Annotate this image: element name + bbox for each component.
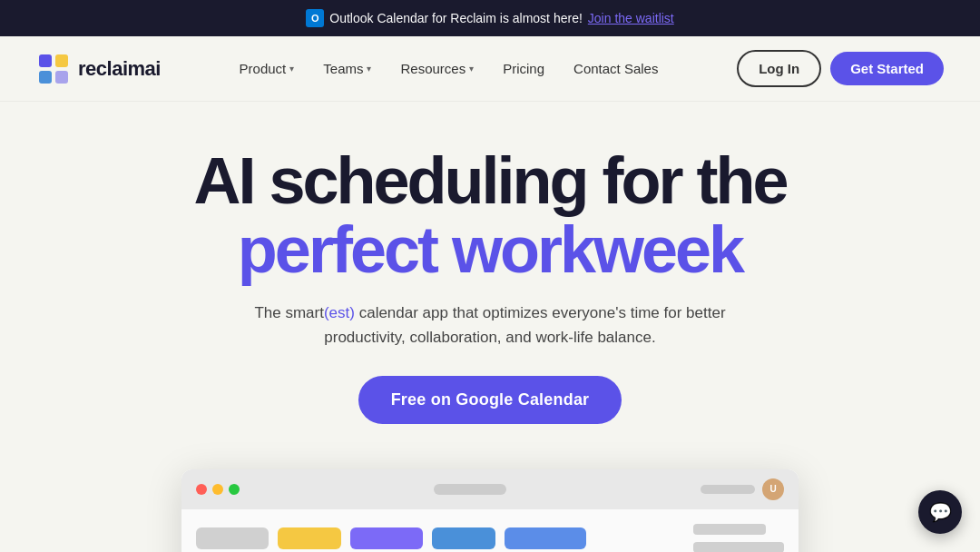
titlebar-right: U [701,478,784,500]
nav-item-contact[interactable]: Contact Sales [561,54,671,84]
nav-item-pricing[interactable]: Pricing [490,54,557,84]
nav-contact-label: Contact Sales [573,61,658,76]
cal-block-blue2 [505,527,586,549]
logo-icon [36,52,71,86]
svg-rect-1 [55,54,68,67]
cal-block-yellow [278,527,341,549]
logo-area[interactable]: reclaimai [36,52,161,86]
logo-text: reclaimai [78,57,161,81]
hero-section: AI scheduling for the perfect workweek T… [0,102,980,442]
cal-right-bar-2 [693,542,784,552]
cal-right-bar-1 [693,524,766,535]
svg-rect-0 [39,54,52,67]
nav-product-label: Product [240,61,287,76]
chevron-down-icon: ▾ [469,64,474,74]
titlebar-search-bar [434,484,506,495]
nav-item-teams[interactable]: Teams ▾ [310,54,384,84]
dot-red [196,484,207,495]
svg-rect-3 [55,71,68,84]
nav-right: Log In Get Started [737,50,944,87]
app-titlebar: U [181,469,799,509]
free-google-calendar-button[interactable]: Free on Google Calendar [358,376,622,424]
hero-cta: Free on Google Calendar [358,376,622,424]
calendar-row-1 [196,524,784,552]
chevron-down-icon: ▾ [367,64,371,74]
dot-green [229,484,240,495]
hero-title: AI scheduling for the perfect workweek [18,147,962,284]
nav-item-product[interactable]: Product ▾ [227,54,308,84]
login-button[interactable]: Log In [737,50,821,87]
subtitle-link[interactable]: (est) [324,304,355,321]
avatar: U [762,478,784,500]
cal-block-blue [432,527,495,549]
cal-block-gray [196,527,269,549]
nav-resources-label: Resources [400,61,466,76]
get-started-button[interactable]: Get Started [830,52,944,85]
chevron-down-icon: ▾ [289,64,294,74]
app-content [181,509,799,552]
hero-subtitle: The smart(est) calendar app that optimiz… [236,301,744,350]
hero-title-line1: AI scheduling for the [18,147,962,216]
subtitle-suffix: calendar app that optimizes everyone's t… [324,304,725,346]
app-window: U [181,469,799,552]
cal-block-purple [350,527,423,549]
chat-bubble[interactable]: 💬 [918,490,962,534]
app-preview: U [163,469,817,552]
nav-item-resources[interactable]: Resources ▾ [387,54,486,84]
outlook-icon: O [306,9,324,27]
chat-icon: 💬 [929,501,952,523]
nav-teams-label: Teams [323,61,363,76]
nav-links: Product ▾ Teams ▾ Resources ▾ Pricing Co… [227,54,671,84]
svg-rect-2 [39,71,52,84]
subtitle-prefix: The smart [254,304,324,321]
nav-pricing-label: Pricing [503,61,544,76]
titlebar-mini-bar [701,485,755,494]
waitlist-link[interactable]: Join the waitlist [588,11,674,25]
announcement-text: Outlook Calendar for Reclaim is almost h… [329,11,583,25]
dot-yellow [212,484,223,495]
titlebar-dots [196,484,240,495]
navbar: reclaimai Product ▾ Teams ▾ Resources ▾ … [0,36,980,102]
announcement-bar: O Outlook Calendar for Reclaim is almost… [0,0,980,36]
hero-title-line2: perfect workweek [18,216,962,285]
cal-right-col [693,524,784,552]
